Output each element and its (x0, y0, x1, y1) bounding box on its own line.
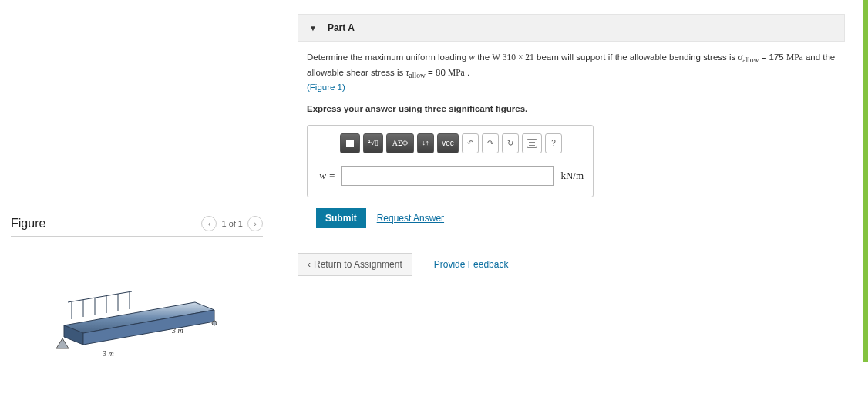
answer-box: ⁴√▯ ΑΣΦ ↓↑ vec ↶ ↷ ↻ ? w = kN/m (307, 125, 594, 197)
svg-marker-10 (56, 338, 69, 348)
unit-label: kN/m (560, 168, 584, 183)
templates-button[interactable] (340, 133, 360, 153)
reset-button[interactable]: ↻ (502, 133, 519, 153)
chevron-left-icon: ‹ (308, 259, 311, 270)
keyboard-icon (527, 139, 537, 148)
svg-text:3 m: 3 m (102, 349, 114, 358)
return-button[interactable]: ‹ Return to Assignment (298, 253, 412, 276)
answer-input[interactable] (341, 166, 554, 186)
vector-button[interactable]: vec (437, 133, 459, 153)
provide-feedback-link[interactable]: Provide Feedback (434, 259, 509, 270)
part-title: Part A (328, 22, 355, 33)
collapse-icon: ▼ (309, 24, 317, 32)
next-figure-button[interactable]: › (247, 216, 263, 231)
accent-bar (863, 0, 868, 362)
help-button[interactable]: ? (545, 133, 562, 153)
request-answer-link[interactable]: Request Answer (377, 211, 444, 225)
redo-button[interactable]: ↷ (482, 133, 499, 153)
keyboard-button[interactable] (522, 133, 542, 153)
subsup-button[interactable]: ↓↑ (417, 133, 434, 153)
figure-pager: ‹ 1 of 1 › (201, 216, 263, 231)
variable-label: w = (317, 168, 335, 183)
svg-point-11 (212, 321, 217, 325)
figure-title: Figure (11, 217, 45, 231)
figure-counter: 1 of 1 (221, 219, 243, 228)
instruction-text: Express your answer using three signific… (307, 103, 836, 116)
undo-button[interactable]: ↶ (462, 133, 479, 153)
svg-line-9 (68, 291, 132, 302)
greek-button[interactable]: ΑΣΦ (386, 133, 414, 153)
figure-image: 3 m 3 m (11, 275, 263, 360)
figure-link[interactable]: (Figure 1) (307, 82, 345, 92)
part-header[interactable]: ▼ Part A (298, 14, 845, 42)
prev-figure-button[interactable]: ‹ (201, 216, 217, 231)
svg-text:3 m: 3 m (171, 326, 183, 335)
fraction-button[interactable]: ⁴√▯ (363, 133, 383, 153)
submit-button[interactable]: Submit (316, 208, 366, 228)
problem-statement: Determine the maximum uniform loading w … (307, 51, 836, 95)
